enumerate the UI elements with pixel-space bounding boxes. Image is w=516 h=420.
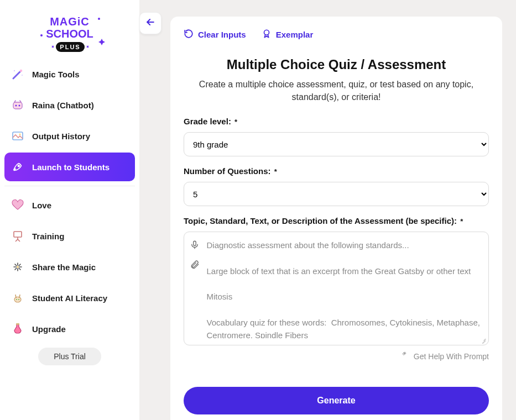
svg-point-3 (98, 18, 100, 20)
svg-point-18 (16, 299, 17, 300)
plus-trial-button[interactable]: Plus Trial (38, 348, 101, 365)
field-topic: Topic, Standard, Text, or Description of… (184, 216, 489, 361)
svg-rect-9 (13, 102, 22, 109)
back-button[interactable] (139, 12, 161, 34)
svg-point-14 (18, 165, 19, 167)
svg-rect-15 (14, 232, 22, 237)
svg-point-17 (14, 297, 21, 302)
svg-text:MAGiC: MAGiC (50, 15, 90, 28)
potion-icon (11, 322, 24, 335)
svg-point-16 (17, 266, 18, 267)
easel-icon (11, 229, 24, 243)
svg-point-13 (19, 134, 21, 135)
sidebar-item-magic-tools[interactable]: Magic Tools (4, 60, 135, 88)
paperclip-icon[interactable] (190, 260, 200, 272)
svg-point-7 (14, 70, 15, 71)
sparkle-icon (11, 260, 24, 274)
refresh-icon (184, 29, 194, 40)
sidebar-item-label: Raina (Chatbot) (32, 101, 94, 110)
badge-icon (262, 29, 272, 40)
picture-icon (11, 129, 24, 143)
sidebar-item-label: Student AI Literacy (32, 293, 107, 303)
sidebar-divider (4, 186, 135, 186)
chatbot-icon (11, 98, 24, 112)
sidebar-item-training[interactable]: Training (4, 222, 135, 250)
sidebar-item-launch[interactable]: Launch to Students (4, 153, 135, 181)
svg-point-21 (264, 30, 269, 35)
sparkle-plus-icon (400, 351, 409, 361)
exemplar-button[interactable]: Exemplar (262, 29, 314, 40)
num-questions-label: Number of Questions: * (184, 166, 277, 176)
sidebar-item-label: Launch to Students (32, 162, 110, 172)
svg-text:PLUS: PLUS (60, 44, 80, 50)
svg-rect-20 (16, 323, 19, 325)
grade-select[interactable]: 9th grade (184, 132, 489, 156)
sidebar-item-label: Love (32, 201, 51, 210)
resize-handle-icon[interactable] (481, 337, 486, 343)
topic-label: Topic, Standard, Text, or Description of… (184, 216, 463, 225)
num-questions-select[interactable]: 5 (184, 182, 489, 206)
sidebar-item-label: Magic Tools (32, 70, 80, 79)
svg-rect-22 (194, 242, 196, 246)
svg-point-2 (40, 34, 43, 36)
rocket-icon (11, 160, 24, 174)
tool-form: Grade level: * 9th grade Number of Quest… (184, 117, 489, 414)
sidebar-item-raina[interactable]: Raina (Chatbot) (4, 91, 135, 119)
main: Clear Inputs Exemplar Multiple Choice Qu… (139, 0, 516, 420)
bunny-icon (11, 291, 24, 305)
get-help-label: Get Help With Prompt (414, 352, 489, 361)
sidebar-item-share[interactable]: Share the Magic (4, 253, 135, 281)
svg-point-6 (20, 70, 23, 72)
generate-button[interactable]: Generate (184, 387, 489, 414)
sidebar-item-ai-literacy[interactable]: Student AI Literacy (4, 284, 135, 312)
wand-icon (11, 67, 24, 81)
sidebar-item-label: Share the Magic (32, 262, 96, 272)
svg-point-10 (15, 105, 17, 107)
clear-inputs-button[interactable]: Clear Inputs (184, 29, 246, 40)
tool-card: Clear Inputs Exemplar Multiple Choice Qu… (170, 17, 502, 420)
grade-label: Grade level: * (184, 117, 237, 126)
svg-point-19 (18, 299, 19, 300)
brand-logo: MAGiC SCHOOL PLUS (4, 4, 135, 57)
sidebar-item-label: Training (32, 232, 64, 241)
page-subtitle: Create a multiple choice assessment, qui… (189, 78, 483, 103)
tool-toolbar: Clear Inputs Exemplar (184, 29, 489, 45)
sidebar-item-label: Output History (32, 132, 90, 141)
topic-textarea[interactable] (207, 239, 483, 338)
field-grade: Grade level: * 9th grade (184, 117, 489, 156)
arrow-left-icon (145, 17, 156, 30)
sidebar: MAGiC SCHOOL PLUS Magic Tools (0, 0, 139, 420)
heart-icon (11, 198, 24, 212)
topic-textarea-wrap (184, 232, 489, 345)
sidebar-item-upgrade[interactable]: Upgrade (4, 314, 135, 343)
sidebar-item-love[interactable]: Love (4, 191, 135, 219)
sidebar-item-output-history[interactable]: Output History (4, 122, 135, 150)
svg-point-8 (22, 75, 23, 76)
textarea-side-tools (189, 239, 201, 338)
page-title: Multiple Choice Quiz / Assessment (184, 57, 489, 72)
field-num-questions: Number of Questions: * 5 (184, 166, 489, 206)
mic-icon[interactable] (190, 240, 200, 252)
exemplar-label: Exemplar (276, 30, 314, 39)
svg-point-11 (19, 105, 20, 107)
clear-inputs-label: Clear Inputs (198, 30, 246, 39)
svg-text:SCHOOL: SCHOOL (46, 28, 93, 40)
sidebar-item-label: Upgrade (32, 324, 66, 334)
get-help-prompt-button[interactable]: Get Help With Prompt (400, 351, 489, 361)
